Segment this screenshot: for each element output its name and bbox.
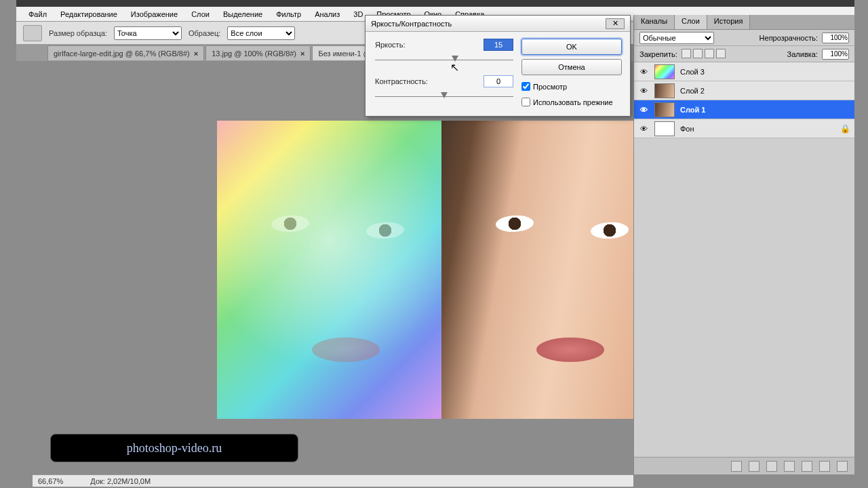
brightness-input[interactable] bbox=[484, 39, 513, 51]
menu-item[interactable]: Слои bbox=[184, 10, 216, 18]
panel-tab[interactable]: История bbox=[707, 15, 751, 29]
layer-thumbnail[interactable] bbox=[654, 64, 675, 79]
document-canvas[interactable] bbox=[217, 121, 633, 419]
contrast-label: Контрастность: bbox=[375, 77, 428, 85]
layer-row[interactable]: Слой 3 bbox=[634, 62, 854, 81]
visibility-icon[interactable] bbox=[638, 104, 649, 115]
mask-icon[interactable] bbox=[766, 461, 777, 472]
group-icon[interactable] bbox=[802, 461, 812, 472]
menu-item[interactable]: Фильтр bbox=[269, 10, 308, 18]
panel-tab[interactable]: Слои bbox=[675, 15, 707, 29]
document-tab[interactable]: girlface-large-edit.jpg @ 66,7% (RGB/8#)… bbox=[47, 45, 204, 60]
ok-button[interactable]: OK bbox=[521, 39, 622, 55]
legacy-checkbox[interactable]: Использовать прежние bbox=[521, 98, 622, 106]
menu-item[interactable]: Изображение bbox=[124, 10, 184, 18]
close-tab-icon[interactable]: × bbox=[194, 49, 198, 58]
sample-size-label: Размер образца: bbox=[49, 29, 107, 37]
current-tool-icon[interactable] bbox=[23, 25, 42, 41]
contrast-input[interactable] bbox=[484, 75, 513, 87]
trash-icon[interactable] bbox=[837, 461, 848, 472]
brightness-contrast-dialog: Яркость/Контрастность ✕ Яркость: Контрас… bbox=[365, 15, 631, 117]
brightness-label: Яркость: bbox=[375, 41, 405, 49]
layer-row[interactable]: Слой 1 bbox=[634, 100, 854, 119]
sample-scope-label: Образец: bbox=[189, 29, 220, 37]
lock-icon: 🔒 bbox=[840, 124, 850, 134]
menu-item[interactable]: Файл bbox=[22, 10, 54, 18]
opacity-input[interactable] bbox=[822, 33, 849, 43]
preview-checkbox[interactable]: Просмотр bbox=[521, 82, 622, 91]
brightness-slider[interactable] bbox=[375, 56, 513, 64]
right-panels: КаналыСлоиИстория Обычные Непрозрачность… bbox=[633, 15, 854, 474]
blend-mode-select[interactable]: Обычные bbox=[639, 32, 714, 44]
fx-icon[interactable] bbox=[749, 461, 760, 472]
new-layer-icon[interactable] bbox=[819, 461, 830, 472]
zoom-level[interactable]: 66,67% bbox=[38, 477, 63, 485]
layer-thumbnail[interactable] bbox=[654, 102, 675, 117]
layer-name[interactable]: Слой 2 bbox=[680, 87, 705, 95]
sample-size-select[interactable]: Точка bbox=[114, 26, 182, 40]
adjustment-icon[interactable] bbox=[784, 461, 795, 472]
visibility-icon[interactable] bbox=[638, 85, 649, 96]
sample-scope-select[interactable]: Все слои bbox=[227, 26, 295, 40]
fill-label: Заливка: bbox=[787, 50, 818, 58]
layer-thumbnail[interactable] bbox=[654, 83, 675, 98]
layers-list: Слой 3Слой 2Слой 1Фон🔒 bbox=[634, 62, 854, 138]
menu-item[interactable]: Редактирование bbox=[54, 10, 124, 18]
visibility-icon[interactable] bbox=[638, 66, 649, 77]
menu-item[interactable]: Анализ bbox=[308, 10, 347, 18]
document-tab[interactable]: 13.jpg @ 100% (RGB/8#)× bbox=[205, 45, 311, 60]
layer-name[interactable]: Слой 1 bbox=[680, 106, 705, 114]
close-icon[interactable]: ✕ bbox=[606, 18, 625, 29]
layer-row[interactable]: Слой 2 bbox=[634, 81, 854, 100]
watermark-overlay: photoshop-video.ru bbox=[50, 434, 298, 462]
link-layers-icon[interactable] bbox=[731, 461, 742, 472]
contrast-slider[interactable] bbox=[375, 93, 513, 101]
visibility-icon[interactable] bbox=[638, 123, 649, 134]
close-tab-icon[interactable]: × bbox=[300, 49, 304, 58]
dialog-title: Яркость/Контрастность bbox=[371, 20, 452, 28]
layer-row[interactable]: Фон🔒 bbox=[634, 119, 854, 138]
panel-tab[interactable]: Каналы bbox=[634, 15, 675, 29]
layer-thumbnail[interactable] bbox=[654, 121, 675, 136]
lock-icons[interactable] bbox=[682, 49, 728, 60]
cancel-button[interactable]: Отмена bbox=[521, 59, 622, 75]
layer-name[interactable]: Слой 3 bbox=[680, 68, 705, 76]
layer-name[interactable]: Фон bbox=[680, 125, 694, 133]
panel-tabs: КаналыСлоиИстория bbox=[634, 15, 854, 30]
canvas-area[interactable]: photoshop-video.ru bbox=[16, 61, 633, 474]
status-bar: 66,67% Док: 2,02M/10,0M bbox=[33, 474, 633, 487]
doc-size: Док: 2,02M/10,0M bbox=[90, 477, 151, 485]
lock-label: Закрепить: bbox=[639, 50, 677, 58]
opacity-label: Непрозрачность: bbox=[760, 34, 818, 42]
layers-footer bbox=[634, 457, 854, 474]
fill-input[interactable] bbox=[822, 49, 849, 60]
menu-item[interactable]: Выделение bbox=[216, 10, 269, 18]
